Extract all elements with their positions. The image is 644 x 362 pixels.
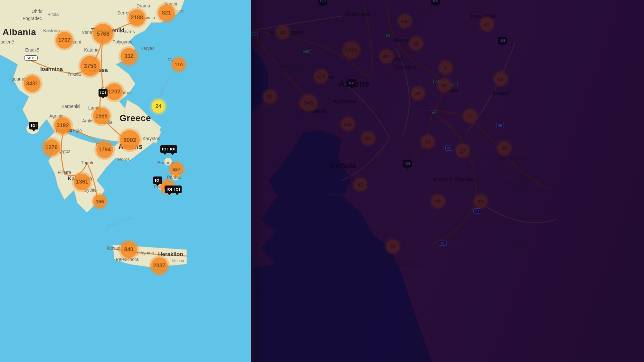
svg-point-26 — [176, 188, 178, 190]
svg-rect-21 — [160, 179, 160, 182]
cluster-marker[interactable]: 451 — [380, 50, 393, 63]
cluster-marker[interactable]: 1085 — [343, 42, 360, 58]
svg-point-39 — [351, 82, 353, 84]
cluster-marker[interactable]: 231 — [341, 117, 355, 131]
cluster-marker[interactable]: 840 — [120, 241, 137, 258]
cluster-marker[interactable]: 1 — [439, 61, 452, 74]
svg-rect-25 — [175, 188, 175, 191]
cluster-marker[interactable]: 1202 — [106, 83, 123, 100]
poi-marker[interactable] — [29, 122, 38, 129]
svg-rect-34 — [438, 0, 438, 2]
svg-point-17 — [172, 148, 174, 150]
svg-point-14 — [164, 148, 166, 150]
svg-rect-19 — [155, 179, 156, 182]
cluster-marker[interactable]: 381 — [361, 132, 375, 145]
svg-rect-10 — [31, 124, 32, 127]
cluster-marker[interactable]: 1276 — [43, 139, 60, 156]
svg-rect-37 — [504, 39, 505, 42]
poi-marker[interactable] — [431, 0, 440, 5]
map-split-view: AlbaniaGreeceOhridBitolaPogradecDramaXan… — [0, 0, 644, 362]
cluster-marker[interactable]: 23 — [386, 240, 400, 253]
cluster-marker[interactable]: 637 — [170, 162, 183, 176]
svg-point-2 — [164, 158, 172, 166]
map-right-svg — [251, 0, 644, 362]
cluster-marker[interactable]: 948 — [300, 95, 317, 111]
poi-marker[interactable] — [347, 79, 356, 87]
cluster-marker[interactable]: 1555 — [93, 108, 110, 124]
svg-rect-12 — [36, 124, 36, 127]
svg-point-20 — [157, 179, 159, 181]
svg-point-11 — [33, 125, 35, 127]
cluster-marker[interactable]: 2188 — [128, 9, 145, 26]
svg-point-8 — [102, 92, 104, 94]
svg-rect-35 — [500, 39, 500, 42]
cluster-marker[interactable]: 47 — [354, 178, 367, 191]
cluster-marker[interactable]: 3756 — [80, 56, 100, 76]
cluster-marker[interactable]: 100 — [398, 14, 412, 28]
svg-rect-15 — [167, 148, 167, 150]
map-right-athens[interactable]: AthensAspropyrgosAcharnesMarousiNea Makr… — [251, 0, 644, 362]
cluster-marker[interactable]: 9002 — [120, 130, 140, 150]
cluster-marker[interactable]: 24 — [152, 100, 165, 113]
svg-rect-41 — [405, 162, 405, 165]
cluster-marker[interactable]: 3431 — [24, 75, 41, 92]
cluster-marker[interactable]: 2337 — [151, 257, 168, 274]
poi-marker[interactable] — [403, 160, 412, 167]
svg-point-36 — [501, 40, 503, 42]
svg-point-23 — [168, 188, 170, 190]
cluster-marker[interactable]: 19 — [474, 195, 488, 208]
cluster-marker[interactable]: 98 — [409, 37, 423, 50]
svg-rect-22 — [167, 188, 167, 191]
cluster-marker[interactable]: 43 — [421, 135, 434, 148]
poi-marker[interactable] — [173, 186, 182, 193]
poi-marker[interactable] — [99, 89, 108, 97]
svg-point-33 — [435, 0, 437, 2]
cluster-marker[interactable]: 53 — [263, 90, 277, 103]
svg-rect-38 — [349, 82, 350, 84]
cluster-marker[interactable]: 1794 — [96, 141, 113, 158]
cluster-marker[interactable]: 28 — [497, 141, 511, 155]
svg-rect-13 — [162, 148, 163, 150]
svg-rect-29 — [320, 0, 321, 2]
svg-rect-18 — [175, 148, 175, 150]
cluster-marker[interactable]: 43 — [276, 25, 289, 39]
svg-rect-31 — [325, 0, 326, 2]
svg-point-30 — [322, 0, 324, 2]
svg-rect-24 — [171, 188, 172, 191]
cluster-marker[interactable]: 821 — [158, 5, 175, 21]
svg-rect-7 — [100, 91, 101, 94]
svg-rect-32 — [433, 0, 434, 2]
cluster-marker[interactable]: 332 — [120, 48, 137, 65]
cluster-marker[interactable]: 3192 — [54, 117, 71, 134]
cluster-marker[interactable]: 57 — [480, 17, 494, 31]
cluster-marker[interactable]: 1767 — [56, 32, 73, 49]
cluster-marker[interactable]: 38 — [438, 79, 451, 92]
svg-rect-27 — [179, 188, 180, 191]
poi-marker[interactable] — [318, 0, 327, 5]
poi-marker[interactable] — [153, 176, 162, 184]
map-left-greece[interactable]: AlbaniaGreeceOhridBitolaPogradecDramaXan… — [0, 0, 251, 362]
cluster-marker[interactable]: 5768 — [93, 24, 113, 44]
svg-point-42 — [406, 163, 408, 165]
cluster-marker[interactable]: 43 — [411, 87, 425, 100]
cluster-marker[interactable]: 80 — [494, 72, 507, 86]
cluster-marker[interactable]: 27 — [456, 144, 469, 157]
svg-rect-43 — [409, 162, 410, 165]
svg-rect-16 — [170, 148, 171, 150]
cluster-marker[interactable]: 156 — [93, 195, 107, 208]
poi-marker[interactable] — [168, 145, 177, 153]
cluster-marker[interactable]: 1361 — [74, 174, 90, 190]
cluster-marker[interactable]: 1 — [463, 109, 477, 123]
cluster-marker[interactable]: 19 — [431, 195, 445, 208]
poi-marker[interactable] — [498, 37, 507, 44]
cluster-marker[interactable]: 110 — [172, 58, 185, 71]
svg-rect-40 — [354, 82, 354, 84]
svg-rect-9 — [105, 91, 106, 94]
cluster-marker[interactable]: 413 — [314, 70, 328, 83]
